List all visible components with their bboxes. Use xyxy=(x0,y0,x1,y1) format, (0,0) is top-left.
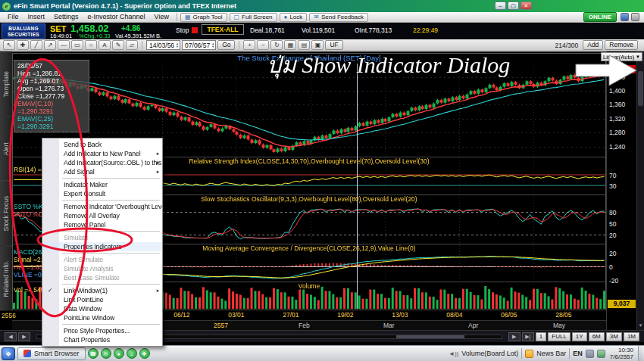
menu-item-simulate: Simulate xyxy=(42,233,162,242)
scroll-left-button[interactable]: ◀ xyxy=(5,332,17,341)
spinner-icon[interactable]: ▲▼ xyxy=(176,42,179,48)
quote-time: 22:29:49 xyxy=(413,26,438,34)
date-to-input[interactable]: 07/06/57 ▲▼ xyxy=(182,40,216,50)
menu-item-chart-properties[interactable]: Chart Properties xyxy=(42,335,162,344)
zoom-1y-button[interactable]: 1Y xyxy=(572,332,587,341)
menu-insert[interactable]: Insert xyxy=(23,12,50,22)
side-tab-template[interactable]: Template xyxy=(0,51,12,117)
date-from-value: 14/03/56 xyxy=(149,42,174,49)
menu-item-properties-indicators[interactable]: Properties Indicators xyxy=(42,242,162,251)
ellipse-icon[interactable]: ○ xyxy=(85,40,97,50)
zoom-in-icon[interactable]: + xyxy=(243,40,255,50)
help-icon[interactable] xyxy=(631,13,639,21)
maximize-button[interactable]: ▢ xyxy=(508,2,519,10)
separator xyxy=(239,41,239,49)
chart-scrollbar[interactable]: ▲ ▼ xyxy=(636,51,644,330)
toolbar-graph-tool[interactable]: ▦Graph Tool xyxy=(180,13,227,22)
menu-item-data-window[interactable]: Data Window xyxy=(42,304,162,313)
menu-view[interactable]: View xyxy=(150,12,174,22)
zoom-1m-button[interactable]: 1M xyxy=(624,332,639,341)
date-from-input[interactable]: 14/03/56 ▲▼ xyxy=(146,40,180,50)
macd-vline-label: VLINE =0 xyxy=(14,271,42,279)
news-bar-label[interactable]: News Bar xyxy=(536,350,566,357)
deal-stat: Deal.18,761 xyxy=(250,26,285,34)
remove-button[interactable]: Remove xyxy=(605,40,638,50)
news-icon[interactable] xyxy=(525,350,533,358)
rsi-tick: 30 xyxy=(609,182,616,190)
menu-item-remove-indicator-overbought-level-70[interactable]: Remove Indicator 'Overbought Level(70)' xyxy=(42,202,162,211)
smart-browser-button[interactable]: Smart Browser xyxy=(17,347,86,360)
zoom-full-button[interactable]: FULL xyxy=(548,332,571,341)
tray-icon[interactable] xyxy=(586,350,594,358)
toolbar-send-feedback[interactable]: ✉Send Feedback xyxy=(309,13,368,22)
minimize-button[interactable]: – xyxy=(495,2,506,10)
menu-separator xyxy=(62,253,160,254)
menu-item-remove-panel[interactable]: Remove Panel xyxy=(42,220,162,229)
pencil-icon[interactable]: ✎ xyxy=(112,40,124,50)
menu-settings[interactable]: Settings xyxy=(49,12,83,22)
mail-icon[interactable]: ✉ xyxy=(101,348,111,359)
market-value: Val.45,391.52M B. xyxy=(115,33,161,39)
toolbar-full-screen[interactable]: ▢Full Screen xyxy=(230,13,277,22)
zoom-3m-button[interactable]: 3M xyxy=(606,332,622,341)
annotation-text: ปุ่ม Show Indicator Dialog xyxy=(267,47,510,82)
rectangle-icon[interactable]: ▭ xyxy=(71,40,83,50)
menu-item-send-to-back[interactable]: Send to Back xyxy=(42,140,162,149)
tfex-all-tab[interactable]: TFEX-ALL xyxy=(202,24,244,35)
menu-item-alert-simulate: Alert Simulate xyxy=(42,255,162,264)
index-time: 16:49:01 xyxy=(50,33,72,39)
horizontal-line-icon[interactable]: ― xyxy=(58,40,70,50)
menu-item-pointline-window[interactable]: PointLine Window xyxy=(42,313,162,322)
add-icon[interactable]: ✚ xyxy=(139,348,150,359)
add-button[interactable]: Add xyxy=(583,40,603,50)
show-desktop-button[interactable] xyxy=(638,346,642,361)
side-tab-alert[interactable]: Alert xyxy=(0,117,12,182)
menu-item-remove-all-overlay[interactable]: Remove All Overlay xyxy=(42,211,162,220)
phone-icon[interactable]: ☎ xyxy=(88,348,98,359)
pointer-icon[interactable]: ↖ xyxy=(3,40,15,50)
close-button[interactable]: ✕ xyxy=(521,2,532,10)
menu-item-price-style-properties[interactable]: Price Style Properties... xyxy=(42,326,162,335)
crosshair-icon[interactable]: ✚ xyxy=(17,40,29,50)
menu-item-link-pointline[interactable]: Link PointLine xyxy=(42,295,162,304)
speaker-icon[interactable]: ◄)) xyxy=(449,350,458,357)
start-icon[interactable]: ❖ xyxy=(2,347,15,360)
trendline-icon[interactable]: ╱ xyxy=(30,40,42,50)
music-icon[interactable]: ♫ xyxy=(127,348,137,359)
scroll-down-icon[interactable]: ▼ xyxy=(637,322,644,329)
tray-icon[interactable] xyxy=(597,350,605,358)
text-tool-icon[interactable]: A xyxy=(98,40,111,50)
scroll-left-button[interactable]: ▶ xyxy=(18,332,30,341)
menu-item-link-window-1[interactable]: ✓Link Window(1)▸ xyxy=(42,286,162,295)
lock-icon: ● xyxy=(284,14,288,20)
spinner-icon[interactable]: ▲▼ xyxy=(211,42,214,48)
side-tab-stock-focus[interactable]: Stock Focus xyxy=(0,181,12,246)
nav-scroll-thumb[interactable] xyxy=(396,335,464,338)
scroll-right-button[interactable]: ▶ xyxy=(508,332,521,341)
menu-item-add-signal[interactable]: Add Signal▸ xyxy=(42,167,162,176)
chat-icon[interactable]: ● xyxy=(114,348,124,359)
menu-item-add-indicator-to-new-panel[interactable]: Add Indicator to New Panel▸ xyxy=(42,149,162,158)
zoom-6m-button[interactable]: 6M xyxy=(589,332,605,341)
clock-date: 7/6/2557 xyxy=(610,353,633,360)
menu-item-expert-consult[interactable]: Expert Consult xyxy=(42,189,162,198)
zoom-1-button[interactable]: 1 xyxy=(536,332,546,341)
menu-item-indicator-maker[interactable]: Indicator Maker xyxy=(42,180,162,189)
language-indicator[interactable]: EN xyxy=(573,350,583,357)
menu-e-investor-channel[interactable]: e-Investor Channel xyxy=(83,12,150,22)
arrow-line-icon[interactable]: ↗ xyxy=(44,40,56,50)
menu-item-add-indicator-source-obl-to-this-panel[interactable]: Add Indicator(Source:.OBL ) to this Pane… xyxy=(42,158,162,167)
side-tab-related-info[interactable]: Related Info. xyxy=(0,246,12,311)
stoch-tick: 80 xyxy=(609,209,616,216)
eraser-icon[interactable]: ▱ xyxy=(126,40,138,50)
full-screen-icon: ▢ xyxy=(234,14,240,20)
volume-board-lot-label[interactable]: Volume(Board Lot) xyxy=(461,350,518,357)
channel-icon[interactable] xyxy=(621,13,629,21)
date-label: 06/12 xyxy=(174,311,189,319)
scroll-right-button[interactable]: ▶| xyxy=(522,332,534,341)
month-label: May xyxy=(553,322,565,329)
clock[interactable]: 10:30 7/6/2557 xyxy=(610,347,633,360)
toolbar-lock[interactable]: ●Lock xyxy=(280,13,308,22)
menu-file[interactable]: File xyxy=(3,12,23,22)
go-button[interactable]: Go xyxy=(217,40,235,50)
